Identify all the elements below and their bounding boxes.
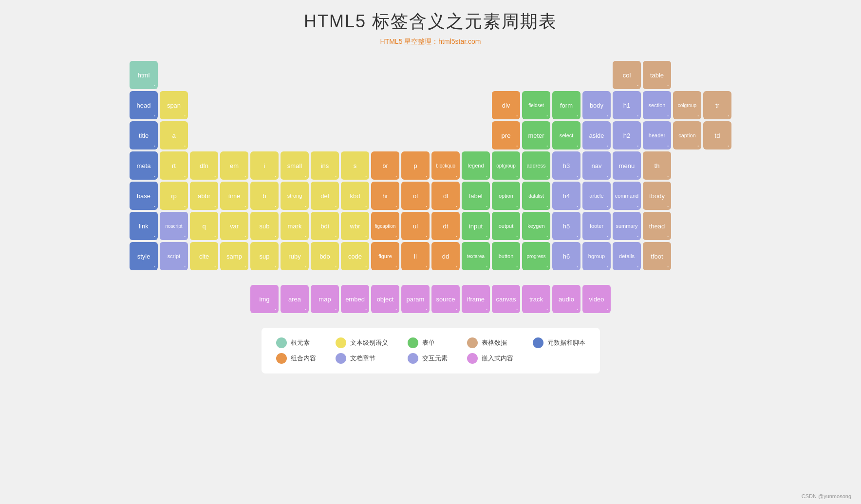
cell-dfn[interactable]: dfn xyxy=(190,151,218,180)
cell-map[interactable]: map xyxy=(311,285,339,313)
cell-em[interactable]: em xyxy=(220,151,248,180)
cell-rp[interactable]: rp xyxy=(160,182,188,210)
cell-ruby[interactable]: ruby xyxy=(281,242,309,270)
cell-strong[interactable]: strong xyxy=(281,182,309,210)
cell-datalist[interactable]: datalist xyxy=(522,182,550,210)
cell-link[interactable]: link xyxy=(130,212,158,240)
cell-tbody[interactable]: tbody xyxy=(643,182,671,210)
cell-del[interactable]: del xyxy=(311,182,339,210)
cell-thead[interactable]: thead xyxy=(643,212,671,240)
cell-progress[interactable]: progress xyxy=(522,242,550,270)
cell-figure[interactable]: figure xyxy=(371,242,399,270)
cell-code[interactable]: code xyxy=(341,242,369,270)
cell-ul[interactable]: ul xyxy=(401,212,430,240)
cell-title[interactable]: title xyxy=(130,121,158,149)
cell-body[interactable]: body xyxy=(582,91,611,119)
cell-col[interactable]: col xyxy=(613,61,641,89)
cell-abbr[interactable]: abbr xyxy=(190,182,218,210)
cell-p[interactable]: p xyxy=(401,151,430,180)
cell-noscript[interactable]: noscript xyxy=(160,212,188,240)
cell-embed[interactable]: embed xyxy=(341,285,369,313)
cell-h2[interactable]: h2 xyxy=(613,121,641,149)
cell-html[interactable]: html xyxy=(130,61,158,89)
cell-div[interactable]: div xyxy=(492,91,520,119)
cell-time[interactable]: time xyxy=(220,182,248,210)
cell-option[interactable]: option xyxy=(492,182,520,210)
cell-sup[interactable]: sup xyxy=(250,242,279,270)
cell-rt[interactable]: rt xyxy=(160,151,188,180)
cell-td[interactable]: td xyxy=(703,121,731,149)
cell-h4[interactable]: h4 xyxy=(552,182,580,210)
cell-sub[interactable]: sub xyxy=(250,212,279,240)
cell-i[interactable]: i xyxy=(250,151,279,180)
cell-tfoot[interactable]: tfoot xyxy=(643,242,671,270)
cell-audio[interactable]: audio xyxy=(552,285,580,313)
cell-a[interactable]: a xyxy=(160,121,188,149)
cell-br[interactable]: br xyxy=(371,151,399,180)
cell-ol[interactable]: ol xyxy=(401,182,430,210)
cell-meter[interactable]: meter xyxy=(522,121,550,149)
cell-dt[interactable]: dt xyxy=(431,212,460,240)
cell-details[interactable]: details xyxy=(613,242,641,270)
cell-param[interactable]: param xyxy=(401,285,430,313)
cell-textarea[interactable]: textarea xyxy=(462,242,490,270)
cell-canvas[interactable]: canvas xyxy=(492,285,520,313)
cell-hgroup[interactable]: hgroup xyxy=(582,242,611,270)
cell-pre[interactable]: pre xyxy=(492,121,520,149)
cell-summary[interactable]: summary xyxy=(613,212,641,240)
cell-keygen[interactable]: keygen xyxy=(522,212,550,240)
cell-dl[interactable]: dl xyxy=(431,182,460,210)
cell-table[interactable]: table xyxy=(643,61,671,89)
cell-ins[interactable]: ins xyxy=(311,151,339,180)
cell-h1[interactable]: h1 xyxy=(613,91,641,119)
cell-bdo[interactable]: bdo xyxy=(311,242,339,270)
cell-label[interactable]: label xyxy=(462,182,490,210)
cell-caption[interactable]: caption xyxy=(673,121,701,149)
cell-track[interactable]: track xyxy=(522,285,550,313)
cell-mark[interactable]: mark xyxy=(281,212,309,240)
cell-style[interactable]: style xyxy=(130,242,158,270)
cell-source[interactable]: source xyxy=(431,285,460,313)
cell-section[interactable]: section xyxy=(643,91,671,119)
cell-h3[interactable]: h3 xyxy=(552,151,580,180)
cell-bdi[interactable]: bdi xyxy=(311,212,339,240)
cell-head[interactable]: head xyxy=(130,91,158,119)
cell-h5[interactable]: h5 xyxy=(552,212,580,240)
cell-hr[interactable]: hr xyxy=(371,182,399,210)
cell-s[interactable]: s xyxy=(341,151,369,180)
cell-tr[interactable]: tr xyxy=(703,91,731,119)
cell-cite[interactable]: cite xyxy=(190,242,218,270)
cell-article[interactable]: article xyxy=(582,182,611,210)
cell-header[interactable]: header xyxy=(643,121,671,149)
cell-wbr[interactable]: wbr xyxy=(341,212,369,240)
cell-iframe[interactable]: iframe xyxy=(462,285,490,313)
cell-th[interactable]: th xyxy=(643,151,671,180)
cell-select[interactable]: select xyxy=(552,121,580,149)
cell-video[interactable]: video xyxy=(582,285,611,313)
cell-command[interactable]: command xyxy=(613,182,641,210)
cell-kbd[interactable]: kbd xyxy=(341,182,369,210)
cell-output[interactable]: output xyxy=(492,212,520,240)
cell-dd[interactable]: dd xyxy=(431,242,460,270)
cell-base[interactable]: base xyxy=(130,182,158,210)
cell-script[interactable]: script xyxy=(160,242,188,270)
cell-li[interactable]: li xyxy=(401,242,430,270)
cell-blockquo[interactable]: blockquo xyxy=(431,151,460,180)
cell-address[interactable]: address xyxy=(522,151,550,180)
cell-object[interactable]: object xyxy=(371,285,399,313)
cell-aside[interactable]: aside xyxy=(582,121,611,149)
cell-samp[interactable]: samp xyxy=(220,242,248,270)
cell-colgroup[interactable]: colgroup xyxy=(673,91,701,119)
cell-footer[interactable]: footer xyxy=(582,212,611,240)
cell-var[interactable]: var xyxy=(220,212,248,240)
cell-small[interactable]: small xyxy=(281,151,309,180)
cell-img[interactable]: img xyxy=(250,285,279,313)
cell-fieldset[interactable]: fieldset xyxy=(522,91,550,119)
cell-figcaption[interactable]: figcaption xyxy=(371,212,399,240)
cell-area[interactable]: area xyxy=(281,285,309,313)
cell-button[interactable]: button xyxy=(492,242,520,270)
cell-legend[interactable]: legend xyxy=(462,151,490,180)
cell-span[interactable]: span xyxy=(160,91,188,119)
cell-h6[interactable]: h6 xyxy=(552,242,580,270)
cell-nav[interactable]: nav xyxy=(582,151,611,180)
